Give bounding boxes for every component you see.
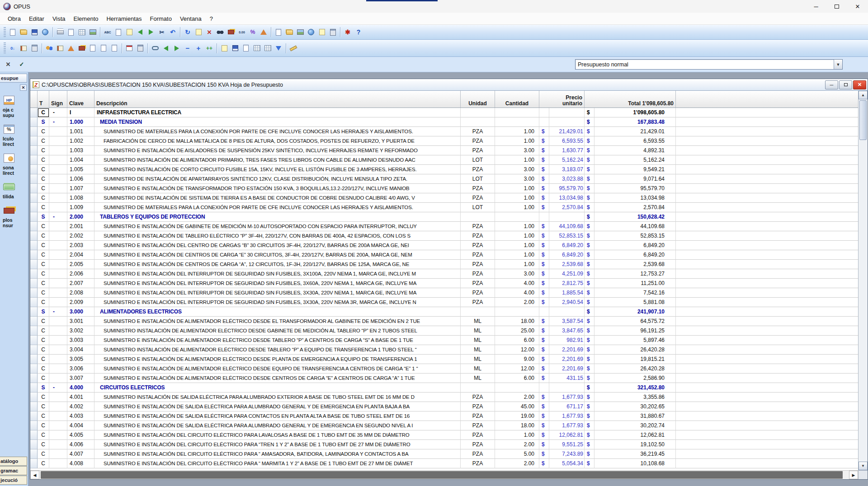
cell-total-currency[interactable]: $ [585, 203, 594, 212]
menu-obra[interactable]: Obra [4, 14, 25, 24]
edit-document-icon[interactable] [316, 27, 327, 37]
cut-icon[interactable]: ✂ [156, 27, 167, 37]
cell-cantidad[interactable]: 19.00 [495, 411, 539, 421]
cell-precio-currency[interactable]: $ [539, 345, 549, 355]
table-row[interactable]: C3.005SUMINISTRO E INSTALACIÓN DE ALIMEN… [30, 355, 868, 364]
header-unidad[interactable]: Unidad [461, 91, 495, 107]
cell-unidad[interactable]: PZA [461, 184, 495, 193]
cell-unidad[interactable]: PZA [461, 393, 495, 402]
table-row[interactable]: C1.001SUMINISTRO DE MATERIALES PARA LA C… [30, 127, 868, 136]
cell-cantidad[interactable]: 2.00 [495, 393, 539, 402]
cell-clave[interactable]: 1.007 [67, 184, 94, 193]
row-gutter[interactable] [30, 449, 38, 459]
cell-descripcion[interactable]: SUMINISTRO DE MATERIALES PARA LA CONEXIÓ… [94, 127, 461, 136]
folders-icon[interactable] [284, 27, 295, 37]
cell-sign[interactable] [49, 393, 67, 402]
cell-precio-unitario[interactable]: 5,162.24 [549, 155, 585, 165]
table-row[interactable]: C1.007SUMINISTRO E INSTALACIÓN DE TRANSF… [30, 184, 868, 193]
sidebar-item-explosion-insumos[interactable]: plosnsur [0, 205, 28, 228]
cell-descripcion[interactable]: SUMINISTRO DE INSTALACIÓN DE APARTARRAYO… [94, 174, 461, 184]
table-row[interactable]: C3.004SUMINISTRO INSTALACIÓN DE ALIMENTA… [30, 345, 868, 355]
cell-descripcion[interactable]: CIRCUITOS ELECTRICOS [94, 383, 461, 393]
cell-descripcion[interactable]: SUMINISTRO INSTALACIÓN DE ALIMENTADOR EL… [94, 345, 461, 355]
renumber-icon[interactable]: 0↓ [7, 43, 18, 54]
table-row[interactable]: C1.003SUMINISTRO E INSTALACIÓN DE AISLAD… [30, 146, 868, 155]
configuration-icon[interactable]: ✱ [342, 27, 353, 37]
cell-filler[interactable] [676, 402, 868, 411]
cell-total-currency[interactable]: $ [585, 402, 594, 411]
cell-unidad[interactable]: PZA [461, 421, 495, 430]
cell-clave[interactable]: 2.002 [67, 231, 94, 241]
clean-sheet-icon[interactable] [258, 27, 269, 37]
cell-precio-unitario[interactable]: 5,054.34 [549, 459, 585, 468]
cell-precio-currency[interactable]: $ [539, 459, 549, 468]
confirm-edit-button[interactable]: ✓ [16, 60, 27, 70]
cell-total[interactable]: 5,881.08 [594, 298, 676, 307]
calc-sheet-icon[interactable] [327, 27, 338, 37]
menu-elemento[interactable]: Elemento [70, 14, 103, 24]
cell-t[interactable]: C [38, 317, 49, 326]
cell-precio-currency[interactable]: $ [539, 250, 549, 260]
cell-total[interactable]: 26,420.28 [594, 364, 676, 374]
cell-precio-unitario[interactable]: 3,183.07 [549, 165, 585, 174]
cell-clave[interactable]: 1.008 [67, 193, 94, 203]
cell-descripcion[interactable]: SUMINISTRO DE INSTALACIÓN DE SISTEMA DE … [94, 193, 461, 203]
table-row[interactable]: S-4.000CIRCUITOS ELECTRICOS$321,452.80 [30, 383, 868, 393]
menu-item[interactable]: ? [206, 14, 217, 24]
cell-total[interactable]: 9,071.64 [594, 174, 676, 184]
cell-t[interactable]: S [38, 212, 49, 222]
cell-descripcion[interactable]: SUMINISTRO E INSTALACIÓN DE SALIDA ELÉCT… [94, 402, 461, 411]
cell-sign[interactable] [49, 231, 67, 241]
column-layout-icon[interactable] [262, 43, 273, 54]
row-gutter[interactable] [30, 364, 38, 374]
table-row[interactable]: S-2.000TABLEROS Y EQUIPOS DE PROTECCION$… [30, 212, 868, 222]
cell-cantidad[interactable]: 18.00 [495, 317, 539, 326]
sidebar-item-personal-directo[interactable]: sonalirect [0, 153, 28, 176]
cell-sign[interactable] [49, 430, 67, 440]
insert-image-icon[interactable] [295, 27, 306, 37]
cancel-edit-button[interactable]: ✕ [3, 60, 14, 70]
add-row-icon[interactable]: + [193, 43, 204, 54]
table-row[interactable]: C4.006SUMINISTRO E INSTALACIÓN DEL CIRCU… [30, 440, 868, 449]
row-gutter[interactable] [30, 108, 38, 117]
cell-cantidad[interactable]: 12.00 [495, 345, 539, 355]
cell-precio-currency[interactable]: $ [539, 421, 549, 430]
table-row[interactable]: S-3.000ALIMENTADORES ELECTRICOS$241,907.… [30, 307, 868, 317]
cell-filler[interactable] [676, 298, 868, 307]
cell-total-currency[interactable]: $ [585, 411, 594, 421]
cell-descripcion[interactable]: SUMINISTRO E INSTALACIÓN DEL CIRCUITO EL… [94, 449, 461, 459]
cell-sign[interactable] [49, 184, 67, 193]
cell-clave[interactable]: 3.000 [67, 307, 94, 317]
new-view-icon[interactable] [273, 27, 284, 37]
organize-blocks-icon[interactable] [226, 27, 236, 37]
table-row[interactable]: C2.008SUMINISTRO E INSTALACIÓN DEL INTER… [30, 288, 868, 298]
cell-sign[interactable] [49, 250, 67, 260]
table-row[interactable]: C2.001SUMINISTRO E INSTALACIÓN DE GABINE… [30, 222, 868, 231]
table-row[interactable]: C2.003SUMINISTRO E INSTALACIÓN DEL CENTR… [30, 241, 868, 250]
cell-unidad[interactable]: PZA [461, 279, 495, 288]
cell-t[interactable]: C [38, 155, 49, 165]
cell-sign[interactable] [49, 127, 67, 136]
cell-clave[interactable]: 2.006 [67, 269, 94, 279]
cell-sign[interactable] [49, 288, 67, 298]
row-gutter[interactable] [30, 317, 38, 326]
cell-unidad[interactable]: ML [461, 355, 495, 364]
cell-cantidad[interactable]: 1.00 [495, 260, 539, 269]
row-gutter[interactable] [30, 155, 38, 165]
cell-precio-currency[interactable]: $ [539, 336, 549, 345]
row-gutter[interactable] [30, 298, 38, 307]
cell-total-currency[interactable]: $ [585, 165, 594, 174]
measurements-icon[interactable] [288, 43, 299, 54]
sidebar-group-jecuci[interactable]: jecució [0, 476, 27, 485]
linked-sheet-1-icon[interactable] [87, 43, 98, 54]
row-gutter[interactable] [30, 279, 38, 288]
web-resources-icon[interactable] [306, 27, 316, 37]
cell-clave[interactable]: 4.002 [67, 402, 94, 411]
cell-precio-unitario[interactable]: 2,570.84 [549, 203, 585, 212]
cell-clave[interactable]: 3.004 [67, 345, 94, 355]
row-gutter[interactable] [30, 250, 38, 260]
cell-cantidad[interactable]: 12.00 [495, 364, 539, 374]
table-row[interactable]: C-IINFRAESTRUCTURA ELECTRICA$1'098,605.8… [30, 108, 868, 117]
cell-unidad[interactable] [461, 108, 495, 117]
cell-cantidad[interactable] [495, 108, 539, 117]
